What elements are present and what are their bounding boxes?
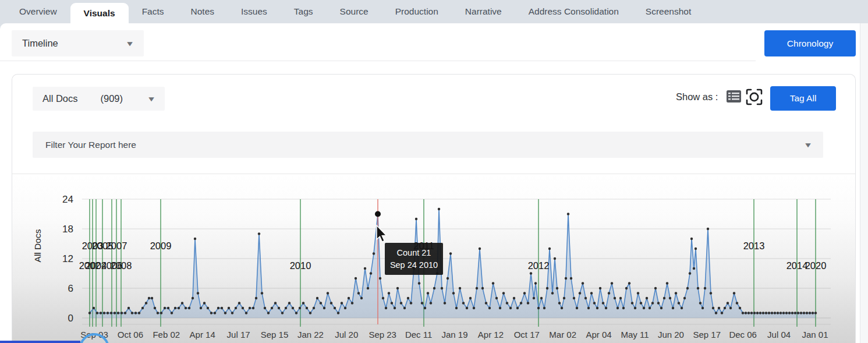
visual-type-value: Timeline	[22, 38, 58, 49]
chevron-down-icon: ▼	[147, 95, 156, 103]
tab-address-consolidation[interactable]: Address Consolidation	[515, 0, 632, 23]
tag-all-button[interactable]: Tag All	[770, 86, 836, 111]
year-label: 2020	[805, 260, 827, 271]
x-tick-label: Dec 11	[405, 330, 432, 340]
x-tick-label: Jan 22	[297, 330, 324, 340]
tab-issues[interactable]: Issues	[228, 0, 281, 23]
toolbar-divider	[0, 61, 756, 61]
x-tick-label: Feb 02	[153, 330, 180, 340]
series-area	[90, 209, 816, 318]
tab-visuals[interactable]: Visuals	[70, 3, 129, 23]
year-label: 2010	[290, 260, 311, 271]
x-tick-label: Sep 15	[261, 330, 289, 340]
y-axis-title: All Docs	[33, 229, 42, 262]
y-tick-label: 6	[68, 283, 73, 294]
tab-source[interactable]: Source	[327, 0, 382, 23]
x-tick-label: Sep 17	[693, 330, 721, 340]
x-tick-label: Apr 04	[586, 330, 611, 340]
x-tick-label: Jul 17	[227, 330, 250, 340]
x-tick-label: Jul 20	[335, 330, 358, 340]
x-tick-label: Jun 20	[658, 330, 684, 340]
chevron-down-icon: ▼	[803, 141, 813, 149]
chevron-down-icon: ▼	[125, 40, 134, 48]
chart-tooltip: Count 21Sep 24 2010	[385, 243, 443, 275]
timeline-chart[interactable]: 06121824All Docs200220032004200520062007…	[12, 174, 855, 343]
visuals-panel: Timeline ▼ Chronology All Docs (909) ▼ S…	[0, 23, 868, 343]
brush-range-bar[interactable]	[0, 341, 80, 343]
y-tick-label: 24	[62, 194, 73, 205]
y-tick-label: 0	[68, 313, 73, 324]
x-tick-label: Oct 06	[118, 330, 143, 340]
timeline-card: All Docs (909) ▼ Show as :	[12, 74, 856, 343]
tab-facts[interactable]: Facts	[129, 0, 178, 23]
x-tick-label: Oct 17	[514, 330, 540, 340]
visual-type-dropdown[interactable]: Timeline ▼	[12, 30, 144, 56]
tab-screenshot[interactable]: Screenshot	[632, 0, 704, 23]
x-tick-label: Jan 19	[441, 330, 467, 340]
x-tick-label: Sep 23	[369, 330, 396, 340]
tab-notes[interactable]: Notes	[178, 0, 228, 23]
year-label: 2012	[528, 260, 550, 271]
docs-count: (909)	[101, 93, 123, 104]
tab-overview[interactable]: Overview	[6, 0, 70, 23]
list-view-icon[interactable]	[726, 90, 742, 105]
year-label: 2013	[743, 241, 765, 251]
tab-tags[interactable]: Tags	[281, 0, 327, 23]
year-label: 2009	[150, 241, 172, 251]
report-filter-input[interactable]	[44, 139, 805, 151]
tab-production[interactable]: Production	[382, 0, 452, 23]
report-filter: ▼	[33, 132, 823, 158]
tab-narrative[interactable]: Narrative	[452, 0, 515, 23]
x-tick-label: Dec 06	[729, 330, 757, 340]
y-tick-label: 18	[62, 224, 73, 235]
scan-view-icon[interactable]	[745, 88, 763, 108]
hover-dot	[375, 211, 381, 217]
svg-text:Sep 24 2010: Sep 24 2010	[390, 260, 438, 270]
x-tick-label: May 11	[621, 330, 649, 340]
x-tick-label: Mar 02	[549, 330, 576, 340]
y-tick-label: 12	[62, 253, 73, 264]
svg-text:Count 21: Count 21	[397, 248, 431, 257]
x-tick-label: Apr 12	[478, 330, 504, 340]
chronology-button[interactable]: Chronology	[764, 30, 856, 56]
docs-scope-label: All Docs	[42, 93, 78, 104]
tab-bar: OverviewVisualsFactsNotesIssuesTagsSourc…	[0, 0, 868, 23]
docs-scope-dropdown[interactable]: All Docs (909) ▼	[33, 87, 165, 111]
show-as-label: Show as :	[676, 91, 718, 102]
timeline-chart-svg[interactable]: 06121824All Docs200220032004200520062007…	[12, 174, 855, 343]
x-tick-label: Jul 04	[767, 330, 791, 340]
scrollbar-track[interactable]	[860, 23, 868, 343]
x-tick-label: Jan 01	[802, 330, 828, 340]
x-tick-label: Apr 14	[190, 330, 215, 340]
year-label: 2008	[111, 260, 132, 271]
year-label: 2007	[106, 241, 127, 251]
